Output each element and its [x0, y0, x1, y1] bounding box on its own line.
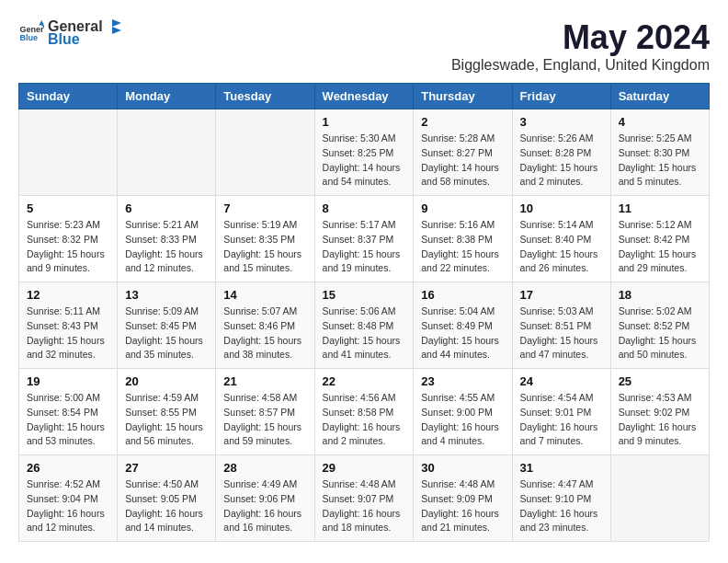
calendar-cell: 23Sunrise: 4:55 AMSunset: 9:00 PMDayligh…: [414, 369, 512, 455]
day-number: 23: [421, 374, 504, 388]
day-info: Sunrise: 5:06 AMSunset: 8:48 PMDaylight:…: [323, 304, 406, 362]
day-info: Sunrise: 4:48 AMSunset: 9:09 PMDaylight:…: [421, 477, 504, 535]
calendar-table: SundayMondayTuesdayWednesdayThursdayFrid…: [18, 83, 710, 542]
svg-marker-4: [112, 19, 121, 27]
calendar-cell: [118, 109, 216, 196]
svg-marker-2: [39, 20, 44, 26]
day-number: 3: [520, 115, 603, 129]
logo-flag-icon: [105, 18, 121, 35]
calendar-cell: 22Sunrise: 4:56 AMSunset: 8:58 PMDayligh…: [314, 369, 414, 455]
calendar-week-row: 12Sunrise: 5:11 AMSunset: 8:43 PMDayligh…: [19, 282, 710, 369]
calendar-cell: [216, 109, 314, 196]
calendar-cell: 15Sunrise: 5:06 AMSunset: 8:48 PMDayligh…: [314, 282, 414, 369]
column-header-saturday: Saturday: [610, 84, 709, 109]
day-info: Sunrise: 5:26 AMSunset: 8:28 PMDaylight:…: [520, 132, 603, 190]
svg-marker-5: [112, 27, 121, 34]
calendar-week-row: 26Sunrise: 4:52 AMSunset: 9:04 PMDayligh…: [19, 455, 710, 542]
day-number: 15: [323, 288, 406, 302]
calendar-cell: 10Sunrise: 5:14 AMSunset: 8:40 PMDayligh…: [512, 196, 610, 282]
day-number: 20: [125, 374, 208, 388]
day-info: Sunrise: 4:56 AMSunset: 8:58 PMDaylight:…: [323, 391, 406, 449]
calendar-cell: 2Sunrise: 5:28 AMSunset: 8:27 PMDaylight…: [414, 109, 512, 196]
calendar-header-row: SundayMondayTuesdayWednesdayThursdayFrid…: [19, 84, 710, 109]
day-number: 7: [223, 201, 306, 215]
day-info: Sunrise: 4:54 AMSunset: 9:01 PMDaylight:…: [520, 391, 603, 449]
day-number: 8: [323, 201, 406, 215]
column-header-thursday: Thursday: [414, 84, 512, 109]
day-number: 25: [619, 374, 701, 388]
day-number: 27: [125, 461, 208, 475]
calendar-cell: 19Sunrise: 5:00 AMSunset: 8:54 PMDayligh…: [19, 369, 118, 455]
day-number: 17: [520, 288, 603, 302]
calendar-cell: 12Sunrise: 5:11 AMSunset: 8:43 PMDayligh…: [19, 282, 118, 369]
day-info: Sunrise: 5:19 AMSunset: 8:35 PMDaylight:…: [223, 218, 306, 276]
logo-icon: General Blue: [18, 20, 44, 46]
calendar-cell: 31Sunrise: 4:47 AMSunset: 9:10 PMDayligh…: [512, 455, 610, 542]
day-number: 13: [125, 288, 208, 302]
calendar-cell: 21Sunrise: 4:58 AMSunset: 8:57 PMDayligh…: [216, 369, 314, 455]
calendar-cell: 13Sunrise: 5:09 AMSunset: 8:45 PMDayligh…: [118, 282, 216, 369]
calendar-cell: 9Sunrise: 5:16 AMSunset: 8:38 PMDaylight…: [414, 196, 512, 282]
day-info: Sunrise: 4:49 AMSunset: 9:06 PMDaylight:…: [223, 477, 306, 535]
calendar-cell: 25Sunrise: 4:53 AMSunset: 9:02 PMDayligh…: [610, 369, 709, 455]
day-info: Sunrise: 5:02 AMSunset: 8:52 PMDaylight:…: [619, 304, 701, 362]
day-info: Sunrise: 4:52 AMSunset: 9:04 PMDaylight:…: [27, 477, 109, 535]
day-info: Sunrise: 5:03 AMSunset: 8:51 PMDaylight:…: [520, 304, 603, 362]
calendar-cell: 28Sunrise: 4:49 AMSunset: 9:06 PMDayligh…: [216, 455, 314, 542]
day-info: Sunrise: 5:14 AMSunset: 8:40 PMDaylight:…: [520, 218, 603, 276]
day-number: 29: [323, 461, 406, 475]
day-info: Sunrise: 5:00 AMSunset: 8:54 PMDaylight:…: [27, 391, 109, 449]
day-number: 9: [421, 201, 504, 215]
calendar-cell: 18Sunrise: 5:02 AMSunset: 8:52 PMDayligh…: [610, 282, 709, 369]
day-number: 10: [520, 201, 603, 215]
calendar-cell: 29Sunrise: 4:48 AMSunset: 9:07 PMDayligh…: [314, 455, 414, 542]
calendar-cell: 6Sunrise: 5:21 AMSunset: 8:33 PMDaylight…: [118, 196, 216, 282]
day-number: 21: [223, 374, 306, 388]
day-number: 19: [27, 374, 109, 388]
day-info: Sunrise: 5:28 AMSunset: 8:27 PMDaylight:…: [421, 132, 504, 190]
day-number: 24: [520, 374, 603, 388]
day-number: 31: [520, 461, 603, 475]
column-header-wednesday: Wednesday: [314, 84, 414, 109]
day-number: 2: [421, 115, 504, 129]
day-info: Sunrise: 5:21 AMSunset: 8:33 PMDaylight:…: [125, 218, 208, 276]
day-number: 14: [223, 288, 306, 302]
calendar-cell: 14Sunrise: 5:07 AMSunset: 8:46 PMDayligh…: [216, 282, 314, 369]
column-header-sunday: Sunday: [19, 84, 118, 109]
day-info: Sunrise: 5:12 AMSunset: 8:42 PMDaylight:…: [619, 218, 701, 276]
day-number: 22: [323, 374, 406, 388]
calendar-cell: 24Sunrise: 4:54 AMSunset: 9:01 PMDayligh…: [512, 369, 610, 455]
calendar-cell: 4Sunrise: 5:25 AMSunset: 8:30 PMDaylight…: [610, 109, 709, 196]
title-area: May 2024 Biggleswade, England, United Ki…: [451, 18, 710, 74]
calendar-week-row: 19Sunrise: 5:00 AMSunset: 8:54 PMDayligh…: [19, 369, 710, 455]
page-subtitle: Biggleswade, England, United Kingdom: [451, 57, 710, 74]
header: General Blue General Blue May 2024 Biggl…: [18, 18, 710, 74]
day-info: Sunrise: 5:04 AMSunset: 8:49 PMDaylight:…: [421, 304, 504, 362]
day-number: 16: [421, 288, 504, 302]
day-info: Sunrise: 5:07 AMSunset: 8:46 PMDaylight:…: [223, 304, 306, 362]
day-info: Sunrise: 4:48 AMSunset: 9:07 PMDaylight:…: [323, 477, 406, 535]
day-info: Sunrise: 4:50 AMSunset: 9:05 PMDaylight:…: [125, 477, 208, 535]
svg-text:Blue: Blue: [19, 33, 38, 42]
day-info: Sunrise: 5:16 AMSunset: 8:38 PMDaylight:…: [421, 218, 504, 276]
svg-text:General: General: [19, 25, 44, 34]
day-info: Sunrise: 5:17 AMSunset: 8:37 PMDaylight:…: [323, 218, 406, 276]
page-title: May 2024: [451, 18, 710, 57]
calendar-cell: 17Sunrise: 5:03 AMSunset: 8:51 PMDayligh…: [512, 282, 610, 369]
calendar-week-row: 1Sunrise: 5:30 AMSunset: 8:25 PMDaylight…: [19, 109, 710, 196]
day-number: 11: [619, 201, 701, 215]
column-header-tuesday: Tuesday: [216, 84, 314, 109]
day-number: 12: [27, 288, 109, 302]
calendar-cell: 8Sunrise: 5:17 AMSunset: 8:37 PMDaylight…: [314, 196, 414, 282]
calendar-cell: 5Sunrise: 5:23 AMSunset: 8:32 PMDaylight…: [19, 196, 118, 282]
calendar-cell: [610, 455, 709, 542]
day-number: 26: [27, 461, 109, 475]
calendar-cell: [19, 109, 118, 196]
day-info: Sunrise: 4:59 AMSunset: 8:55 PMDaylight:…: [125, 391, 208, 449]
day-number: 6: [125, 201, 208, 215]
day-number: 30: [421, 461, 504, 475]
calendar-week-row: 5Sunrise: 5:23 AMSunset: 8:32 PMDaylight…: [19, 196, 710, 282]
day-number: 4: [619, 115, 701, 129]
calendar-cell: 20Sunrise: 4:59 AMSunset: 8:55 PMDayligh…: [118, 369, 216, 455]
day-number: 1: [323, 115, 406, 129]
